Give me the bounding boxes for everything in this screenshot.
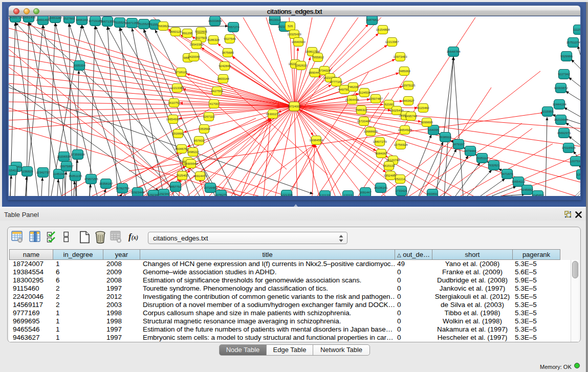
svg-text:122133: 122133	[320, 193, 331, 196]
svg-text:526: 526	[288, 24, 293, 28]
svg-text:3124534: 3124534	[358, 91, 371, 94]
svg-text:10756928: 10756928	[394, 143, 408, 146]
svg-text:17016504: 17016504	[561, 146, 576, 149]
svg-text:6466160: 6466160	[76, 18, 88, 21]
svg-text:2087682: 2087682	[366, 18, 378, 21]
svg-text:1145194: 1145194	[53, 172, 65, 176]
svg-text:18724007: 18724007	[287, 104, 301, 108]
svg-text:891295: 891295	[182, 31, 193, 35]
svg-text:9857791: 9857791	[169, 185, 182, 188]
svg-text:23975867: 23975867	[59, 164, 74, 168]
svg-text:1207534: 1207534	[570, 159, 580, 163]
svg-text:8471676: 8471676	[501, 172, 513, 176]
svg-text:2495748: 2495748	[405, 114, 417, 118]
svg-text:9329996: 9329996	[560, 54, 573, 58]
svg-text:9777169: 9777169	[330, 80, 342, 83]
svg-text:7632621: 7632621	[488, 163, 500, 167]
svg-text:16640910: 16640910	[291, 40, 306, 43]
svg-text:16033809: 16033809	[208, 19, 222, 23]
svg-text:8186328: 8186328	[207, 38, 220, 41]
svg-text:15692971: 15692971	[557, 131, 571, 135]
svg-text:1078275: 1078275	[215, 193, 227, 196]
svg-text:12342737: 12342737	[36, 170, 50, 174]
svg-text:1691447: 1691447	[359, 190, 372, 194]
svg-text:1353594: 1353594	[198, 127, 210, 130]
svg-text:62160: 62160	[385, 102, 394, 106]
svg-text:2420046: 2420046	[188, 55, 200, 58]
svg-text:14136141: 14136141	[374, 186, 388, 189]
svg-text:16671355: 16671355	[125, 21, 139, 25]
svg-text:9474444: 9474444	[464, 149, 476, 152]
svg-text:21364436: 21364436	[345, 98, 359, 101]
svg-text:1498222: 1498222	[187, 150, 199, 154]
svg-text:16914479: 16914479	[193, 174, 207, 178]
svg-text:19654923: 19654923	[398, 128, 412, 132]
svg-text:9463627: 9463627	[402, 99, 415, 102]
svg-text:10654112: 10654112	[512, 180, 526, 183]
svg-text:252214: 252214	[395, 177, 406, 181]
svg-text:2935114: 2935114	[476, 156, 488, 160]
svg-text:16782759: 16782759	[115, 186, 129, 190]
svg-text:13716485: 13716485	[203, 186, 217, 189]
svg-text:10688609: 10688609	[363, 129, 378, 133]
svg-text:17359938: 17359938	[71, 152, 85, 156]
svg-text:164095: 164095	[428, 128, 439, 132]
svg-text:12213382: 12213382	[170, 86, 184, 90]
svg-text:7663822: 7663822	[157, 24, 169, 28]
svg-text:7955812: 7955812	[312, 55, 324, 59]
svg-text:3215955: 3215955	[541, 110, 554, 113]
svg-text:20691406: 20691406	[21, 16, 36, 19]
svg-text:12213967: 12213967	[385, 40, 399, 43]
svg-text:17957255: 17957255	[84, 177, 98, 181]
svg-text:20206538: 20206538	[57, 155, 71, 158]
svg-text:1362615: 1362615	[295, 63, 307, 67]
svg-text:9327503: 9327503	[195, 36, 207, 39]
svg-text:2803144: 2803144	[217, 77, 229, 80]
svg-text:1156829: 1156829	[21, 169, 33, 173]
svg-text:9227342: 9227342	[558, 72, 570, 76]
svg-text:41700: 41700	[210, 102, 219, 105]
svg-text:15720407: 15720407	[357, 119, 371, 123]
svg-text:5322605: 5322605	[195, 30, 207, 33]
svg-text:15751074: 15751074	[566, 40, 580, 44]
svg-text:1916682: 1916682	[172, 132, 184, 135]
svg-text:9115460: 9115460	[417, 106, 429, 110]
svg-text:16210643: 16210643	[554, 118, 568, 121]
svg-text:16648784: 16648784	[446, 50, 461, 53]
svg-text:7515526: 7515526	[138, 22, 150, 26]
svg-text:12093872: 12093872	[554, 86, 568, 90]
svg-text:13325419: 13325419	[287, 32, 301, 36]
svg-text:1112541: 1112541	[573, 28, 580, 31]
svg-text:12444194: 12444194	[552, 102, 567, 106]
svg-text:12923448: 12923448	[130, 190, 145, 194]
svg-text:7485063: 7485063	[398, 69, 410, 73]
svg-text:6099695: 6099695	[421, 120, 433, 124]
svg-text:8938918: 8938918	[439, 135, 451, 139]
svg-text:9242845: 9242845	[219, 64, 231, 68]
svg-text:10507487: 10507487	[368, 97, 383, 100]
svg-text:18807279: 18807279	[373, 140, 387, 143]
svg-text:1221338: 1221338	[280, 193, 293, 196]
svg-text:9245652: 9245652	[532, 193, 544, 196]
svg-text:2718126: 2718126	[175, 70, 187, 74]
svg-text:15300275: 15300275	[266, 112, 280, 116]
svg-text:1733426: 1733426	[395, 189, 407, 192]
svg-text:2005334: 2005334	[73, 63, 85, 67]
svg-text:8427552: 8427552	[211, 89, 223, 93]
svg-text:7986322: 7986322	[355, 108, 367, 112]
svg-text:7857274: 7857274	[227, 25, 239, 29]
svg-text:14055714: 14055714	[9, 16, 23, 19]
svg-text:19384554: 19384554	[309, 138, 323, 142]
svg-text:3915412: 3915412	[9, 168, 18, 172]
svg-text:120753: 120753	[577, 172, 580, 176]
svg-text:10973493: 10973493	[393, 55, 407, 58]
svg-text:16543362: 16543362	[189, 42, 204, 46]
svg-text:1292344: 1292344	[158, 192, 170, 195]
svg-text:857833: 857833	[194, 139, 205, 142]
svg-text:1615132: 1615132	[383, 164, 395, 167]
svg-text:12975115: 12975115	[402, 83, 416, 87]
svg-text:1610752: 1610752	[168, 101, 180, 104]
svg-text:7515526: 7515526	[114, 20, 126, 24]
svg-text:893891: 893891	[427, 192, 438, 195]
svg-text:16909948: 16909948	[184, 162, 198, 165]
